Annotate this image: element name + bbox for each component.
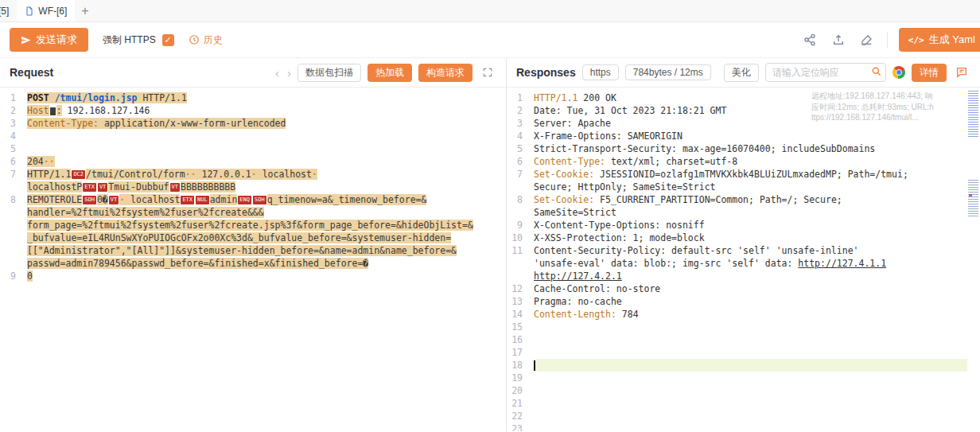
line-content[interactable]: Content-Length: 784	[534, 308, 980, 321]
line-content[interactable]: HTTP/1.1 200 OK	[534, 91, 980, 104]
request-editor[interactable]: 1POST /tmui/login.jsp HTTP/1.12Host: 192…	[0, 88, 506, 431]
generate-yaml-button[interactable]: </> 生成 Yaml	[899, 28, 980, 52]
line-content[interactable]: X-Content-Type-Options: nosniff	[534, 219, 980, 232]
packet-scan-button[interactable]: 数据包扫描	[298, 64, 361, 82]
search-icon[interactable]	[871, 66, 882, 77]
line-content[interactable]	[27, 130, 506, 142]
line-number: 16	[507, 333, 534, 346]
code-line[interactable]: 5	[0, 142, 506, 155]
code-line[interactable]: 21	[507, 397, 980, 410]
code-line[interactable]: 1POST /tmui/login.jsp HTTP/1.1	[0, 91, 506, 104]
line-content[interactable]	[534, 384, 980, 397]
tab-active[interactable]: WF-[6]	[17, 0, 75, 21]
response-stats-badge: 784bytes / 12ms	[625, 64, 711, 80]
add-tab-button[interactable]: +	[75, 4, 95, 18]
code-line[interactable]: 15	[507, 321, 980, 333]
code-line[interactable]: 2Host: 192.168.127.146	[0, 104, 506, 117]
edit-icon[interactable]	[858, 31, 876, 49]
code-line[interactable]: 22	[507, 410, 980, 422]
line-content[interactable]	[534, 333, 980, 346]
code-line[interactable]: 23	[507, 422, 980, 431]
code-line[interactable]: 3Content-Type: application/x-www-form-ur…	[0, 117, 506, 130]
line-content[interactable]	[534, 321, 980, 333]
line-content[interactable]	[534, 422, 980, 431]
code-line[interactable]: 4X-Frame-Options: SAMEORIGIN	[507, 130, 980, 142]
code-line[interactable]: 90	[0, 270, 506, 282]
code-icon: </>	[908, 35, 924, 45]
line-content[interactable]: Content-Type: application/x-www-form-url…	[27, 117, 506, 130]
code-line[interactable]: 11Content-Security-Policy: default-src '…	[507, 244, 980, 282]
details-button[interactable]: 详情	[912, 64, 947, 82]
checkbox-checked-icon[interactable]: ✓	[162, 34, 174, 46]
next-request-button[interactable]: ›	[287, 66, 291, 80]
code-line[interactable]: 9X-Content-Type-Options: nosniff	[507, 219, 980, 232]
binary-byte-icon	[50, 107, 56, 115]
code-line[interactable]: 17	[507, 346, 980, 359]
line-content[interactable]: Pragma: no-cache	[534, 295, 980, 308]
line-number: 8	[507, 193, 534, 206]
line-content[interactable]: Host: 192.168.127.146	[27, 104, 506, 117]
line-content[interactable]: Server: Apache	[534, 117, 980, 130]
line-content[interactable]: Content-Type: text/xml; charset=utf-8	[534, 155, 980, 168]
prev-request-button[interactable]: ‹	[275, 66, 279, 80]
code-line[interactable]: 8Set-Cookie: F5_CURRENT_PARTITION=Common…	[507, 193, 980, 219]
line-number: 17	[507, 346, 534, 359]
history-button[interactable]: 历史	[189, 33, 223, 47]
code-line[interactable]: 7Set-Cookie: JSESSIONID=ozlafg1mTMVKXkbk…	[507, 168, 980, 193]
code-line[interactable]: 1HTTP/1.1 200 OK	[507, 91, 980, 104]
line-content[interactable]	[27, 142, 506, 155]
line-content[interactable]	[534, 372, 980, 384]
export-icon[interactable]	[830, 31, 847, 49]
force-https-toggle[interactable]: 强制 HTTPS ✓	[103, 33, 174, 47]
tab-previous[interactable]: -[5]	[0, 0, 17, 21]
line-content[interactable]: Cache-Control: no-store	[534, 282, 980, 295]
share-icon[interactable]	[801, 31, 819, 49]
line-content[interactable]: Strict-Transport-Security: max-age=16070…	[534, 142, 980, 155]
code-line[interactable]: 3Server: Apache	[507, 117, 980, 130]
line-content[interactable]: X-XSS-Protection: 1; mode=block	[534, 232, 980, 244]
line-content[interactable]: POST /tmui/login.jsp HTTP/1.1	[27, 91, 506, 104]
code-line[interactable]: 13Pragma: no-cache	[507, 295, 980, 308]
line-content[interactable]	[534, 346, 980, 359]
line-content[interactable]: Content-Security-Policy: default-src 'se…	[534, 244, 980, 282]
response-editor[interactable]: 1HTTP/1.1 200 OK2Date: Tue, 31 Oct 2023 …	[507, 88, 980, 431]
code-line[interactable]: 6Content-Type: text/xml; charset=utf-8	[507, 155, 980, 168]
line-content[interactable]: Set-Cookie: JSESSIONID=ozlafg1mTMVKXkbk4…	[534, 168, 980, 193]
beautify-button[interactable]: 美化	[724, 64, 759, 82]
line-content[interactable]	[534, 397, 980, 410]
line-content[interactable]: Set-Cookie: F5_CURRENT_PARTITION=Common;…	[534, 193, 980, 219]
line-content[interactable]: HTTP/1.1DC2/tmui/Control/form·· 127.0.0.…	[27, 168, 506, 193]
code-line[interactable]: 19	[507, 372, 980, 384]
line-content[interactable]: X-Frame-Options: SAMEORIGIN	[534, 130, 980, 142]
code-line[interactable]: 16	[507, 333, 980, 346]
code-line[interactable]: 4	[0, 130, 506, 142]
send-request-label: 发送请求	[36, 33, 77, 47]
code-line[interactable]: 6204··	[0, 155, 506, 168]
response-search-input[interactable]	[765, 63, 886, 82]
control-char-icon: NUL	[196, 196, 209, 204]
line-content[interactable]: 0	[27, 270, 506, 282]
control-char-icon: DC2	[72, 170, 85, 179]
send-request-button[interactable]: 发送请求	[10, 28, 88, 52]
build-request-button[interactable]: 构造请求	[418, 64, 472, 82]
code-line[interactable]: 5Strict-Transport-Security: max-age=1607…	[507, 142, 980, 155]
code-line[interactable]: 20	[507, 384, 980, 397]
line-content[interactable]: Date: Tue, 31 Oct 2023 21:18:21 GMT	[534, 104, 980, 117]
code-line[interactable]: 8REMOTEROLESOH0�VT· localhostETXNULadmin…	[0, 193, 506, 270]
line-number: 18	[507, 359, 534, 372]
line-content[interactable]: REMOTEROLESOH0�VT· localhostETXNULadminE…	[27, 193, 506, 270]
code-line[interactable]: 7HTTP/1.1DC2/tmui/Control/form·· 127.0.0…	[0, 168, 506, 193]
code-line[interactable]: 18	[507, 359, 980, 372]
line-content[interactable]	[534, 410, 980, 422]
hot-reload-button[interactable]: 热加载	[368, 64, 412, 82]
line-content[interactable]	[534, 359, 980, 372]
chrome-icon[interactable]	[892, 66, 905, 79]
code-line[interactable]: 12Cache-Control: no-store	[507, 282, 980, 295]
code-line[interactable]: 10X-XSS-Protection: 1; mode=block	[507, 232, 980, 244]
code-line[interactable]: 14Content-Length: 784	[507, 308, 980, 321]
fullscreen-icon[interactable]	[479, 64, 496, 81]
line-content[interactable]: 204··	[27, 155, 506, 168]
code-line[interactable]: 2Date: Tue, 31 Oct 2023 21:18:21 GMT	[507, 104, 980, 117]
minimap[interactable]	[967, 88, 980, 431]
comment-icon[interactable]	[953, 64, 970, 81]
